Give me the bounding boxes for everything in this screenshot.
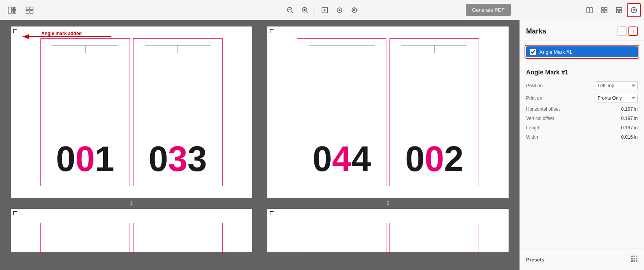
toolbar-divider [314,5,315,15]
prop-row-width: Width 0.016 in [526,134,638,140]
num-prefix: 0 [312,141,332,176]
zoom-out-btn[interactable] [283,4,297,16]
toolbar: Generate PDF [0,0,644,20]
svg-rect-48 [631,258,633,259]
num-suffix: 1 [95,141,114,176]
svg-rect-45 [631,256,633,257]
num-suffix: 4 [351,141,371,176]
num-main: 3 [168,141,188,176]
svg-rect-47 [636,256,637,257]
svg-rect-7 [26,11,29,13]
panel-icon-grid[interactable] [597,3,611,17]
num-prefix: 0 [56,141,75,176]
svg-line-11 [291,12,293,13]
v-line [177,46,178,53]
svg-rect-3 [14,7,16,10]
generate-pdf-button[interactable]: Generate PDF [466,4,511,16]
canvas-area: Angle mark added 001 [0,20,519,270]
card-002: 002 [390,38,479,186]
toolbar-right: Generate PDF [466,4,511,16]
page-wrapper-4 [267,209,509,252]
marks-header-buttons: − + [618,26,638,36]
svg-point-23 [353,9,355,11]
prop-label-length: Length [526,125,621,131]
toolbar-center [283,4,361,16]
svg-rect-51 [631,260,633,262]
svg-rect-35 [616,11,619,13]
page-number-1: 1 [130,200,133,206]
card-number-044: 044 [312,141,371,176]
layout-btn-2[interactable] [23,4,37,16]
prop-value-width: 0.016 in [621,134,638,140]
card-top-line [145,45,211,53]
marks-minus-btn[interactable]: − [618,26,627,36]
main-area: Angle mark added 001 [0,20,644,270]
layout-btn-1[interactable] [5,4,19,16]
v-line [434,46,435,53]
num-suffix: 3 [188,141,207,176]
prop-value-h-offset: 0.197 in [621,106,638,112]
svg-rect-46 [633,256,635,257]
page-container-4 [263,209,514,252]
num-main: 4 [332,141,351,176]
card-number-002: 002 [405,141,463,176]
marks-title: Marks [526,27,546,35]
full-screen-btn[interactable] [347,4,361,16]
card-top-line [309,45,375,53]
prop-row-position: Position Left Top Right Top Left Bottom … [526,81,638,90]
svg-rect-0 [8,7,11,13]
zoom-in-btn[interactable] [298,4,311,16]
card-001: 001 [40,38,130,186]
svg-rect-50 [636,258,637,259]
presets-grid-icon[interactable] [631,255,638,264]
prop-label-position: Position [526,83,595,88]
prop-select-print-on[interactable]: Fronts Only Backs Only Both [595,94,638,102]
card-top-line [52,45,118,53]
prop-row-print-on: Print on Fronts Only Backs Only Both [526,94,638,102]
mark-item-checkbox[interactable] [530,49,536,55]
prop-label-h-offset: Horizontal offset [526,106,621,112]
right-panel: Marks − + Angle Mark #1 Angle Mark #1 Po… [519,20,644,270]
num-main: 0 [75,141,95,176]
svg-rect-53 [636,260,637,262]
right-panel-icons [579,0,644,20]
fit-width-btn[interactable] [333,4,346,16]
panel-icon-marks[interactable] [627,3,641,17]
svg-rect-36 [619,11,622,13]
svg-rect-49 [633,258,635,259]
page-wrapper-2: 044 002 [267,26,509,198]
svg-rect-2 [12,11,14,13]
num-prefix: 0 [405,141,425,176]
mark-item-1[interactable]: Angle Mark #1 [526,46,638,57]
svg-rect-6 [30,7,33,10]
panel-icon-pages[interactable] [583,3,597,17]
svg-line-15 [306,12,308,13]
svg-rect-8 [30,11,33,13]
angle-mark-2 [270,29,275,34]
svg-rect-31 [605,7,607,10]
svg-rect-52 [633,260,635,262]
angle-mark-1 [13,29,19,34]
svg-rect-1 [12,7,14,10]
prop-value-v-offset: 0.197 in [621,116,638,121]
prop-label-print-on: Print on [526,95,595,101]
page-number-2: 2 [387,200,390,206]
pages-row-1: Angle mark added 001 [6,26,513,206]
page-wrapper-1: Angle mark added 001 [11,26,252,198]
card-pair-1: 001 033 [17,33,246,192]
panel-icon-layout[interactable] [612,3,626,17]
mark-item-label: Angle Mark #1 [539,49,572,55]
prop-label-v-offset: Vertical offset [526,116,621,121]
svg-rect-4 [14,11,16,13]
presets-label: Presets [526,257,544,263]
num-suffix: 2 [444,141,463,176]
svg-rect-29 [590,7,592,13]
card-044: 044 [297,38,386,186]
panel-spacer [520,150,644,249]
svg-rect-5 [26,7,29,10]
page-container-3 [6,209,257,252]
prop-select-position[interactable]: Left Top Right Top Left Bottom Right Bot… [595,81,638,90]
properties-title: Angle Mark #1 [526,69,638,76]
marks-add-btn[interactable]: + [628,26,638,36]
fit-page-btn[interactable] [318,4,331,16]
